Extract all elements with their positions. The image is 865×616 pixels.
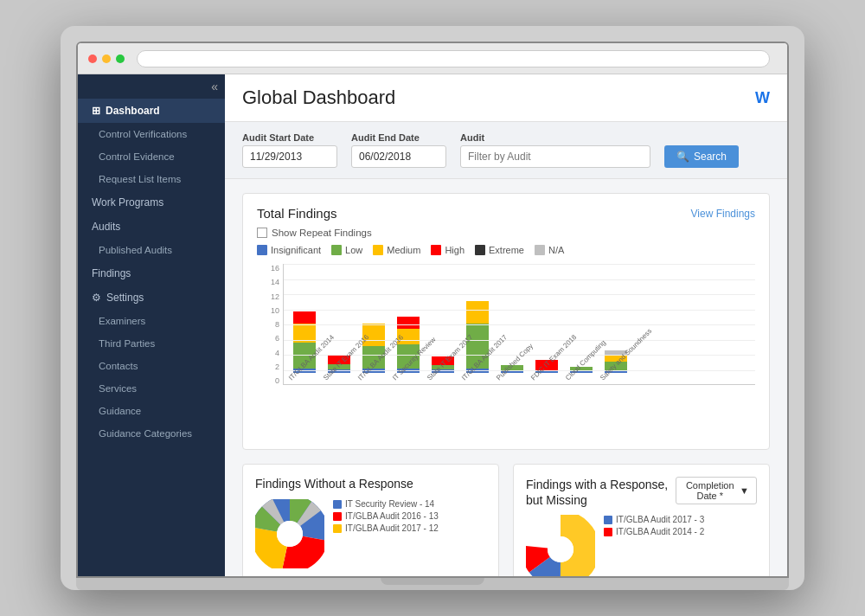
bar-safety-soundness: Safety and Soundness [600,350,631,384]
bar-label: Cloud Computing [564,350,596,382]
sidebar-item-control-evidence[interactable]: Control Evidence [78,145,225,168]
legend-item: IT/GLBA Audit 2017 - 3 [604,515,704,524]
laptop-notch [381,578,484,585]
page-title: Global Dashboard [242,87,395,109]
audit-label: Audit [460,132,650,143]
legend-label: IT Security Review - 14 [345,499,434,509]
laptop-frame: « ⊞ Dashboard Control Verifications Cont… [61,26,804,590]
legend-dot-extreme [475,245,485,255]
sidebar-collapse-button[interactable]: « [78,74,225,99]
sidebar-item-request-list-items[interactable]: Request List Items [78,168,225,190]
content-area: Total Findings View Findings Show Repeat… [225,179,787,576]
legend-item: IT/GLBA Audit 2014 - 2 [604,527,704,536]
sidebar-item-guidance-categories[interactable]: Guidance Categories [78,422,225,445]
search-button[interactable]: 🔍 Search [664,145,739,168]
legend-dot-insignificant [257,245,267,255]
sidebar-item-label: Dashboard [106,105,160,117]
dot-green [116,55,125,63]
sidebar-item-label: Examiners [99,316,145,326]
legend-label: Medium [387,245,420,255]
legend-label: N/A [548,245,564,255]
dropdown-arrow-icon: ▼ [740,485,749,496]
sidebar-item-findings[interactable]: Findings [78,261,225,286]
legend-high: High [431,245,465,255]
sidebar-item-label: Work Programs [92,196,163,209]
legend-label: Extreme [489,245,524,255]
sidebar-item-services[interactable]: Services [78,377,225,400]
legend-dot [333,524,342,533]
pie-chart-legend: IT Security Review - 14 IT/GLBA Audit 20… [333,499,439,536]
legend-item: IT Security Review - 14 [333,499,439,509]
legend-label: IT/GLBA Audit 2017 - 12 [345,523,439,533]
bar-it-glba-2014: IT/GLBA Audit 2014 [289,311,320,384]
bar-it-glba-audit-2016: IT/GLBA Audit 2016 [358,324,389,384]
legend-dot-low [331,245,342,255]
sidebar-item-audits[interactable]: Audits [78,215,225,239]
sidebar-item-contacts[interactable]: Contacts [78,355,225,377]
sidebar-item-settings[interactable]: ⚙ Settings [78,286,225,310]
start-date-input[interactable] [242,145,337,168]
legend-insignificant: Insignificant [257,245,321,255]
sidebar-item-examiners[interactable]: Examiners [78,310,225,332]
bar-state-it-2016: State IT Exam 2016 [324,356,355,384]
sidebar-item-label: Published Audits [99,245,172,255]
legend-label: IT/GLBA Audit 2016 - 13 [345,511,439,521]
legend-item: IT/GLBA Audit 2016 - 13 [333,511,439,521]
dashboard-icon: ⊞ [92,105,100,117]
laptop-base [76,578,789,590]
sidebar-item-dashboard[interactable]: ⊞ Dashboard [78,99,225,123]
ms-word-icon[interactable]: W [755,89,770,107]
findings-without-response-title: Findings Without a Response [255,477,486,491]
sidebar-item-label: Control Evidence [99,151,175,162]
card-header: Total Findings View Findings [257,206,755,221]
sidebar-item-label: Guidance Categories [99,428,192,439]
sidebar-item-control-verifications[interactable]: Control Verifications [78,123,225,145]
legend-label: Low [345,245,362,255]
pie-chart-legend: IT/GLBA Audit 2017 - 3 IT/GLBA Audit 201… [604,515,704,539]
bottom-cards: Findings Without a Response [242,464,770,576]
main-content: Global Dashboard W Audit Start Date Audi… [225,74,787,576]
total-findings-card: Total Findings View Findings Show Repeat… [242,193,770,450]
show-repeat-findings: Show Repeat Findings [257,228,755,238]
audit-filter-input[interactable] [460,145,650,168]
legend-label: Insignificant [271,245,321,255]
chart-legend: Insignificant Low Medium [257,245,755,255]
sidebar-item-label: Control Verifications [99,129,187,139]
show-repeat-label: Show Repeat Findings [272,228,372,238]
legend-dot [604,516,612,524]
bar-state-it-2017: State IT Exam 2017 [427,356,458,384]
sidebar-item-work-programs[interactable]: Work Programs [78,190,225,215]
legend-extreme: Extreme [475,245,524,255]
legend-dot-medium [373,245,383,255]
bottom-card-content: IT Security Review - 14 IT/GLBA Audit 20… [255,499,486,568]
end-date-input[interactable] [351,145,446,168]
repeat-findings-checkbox[interactable] [257,228,267,238]
card-title: Total Findings [257,206,337,221]
browser-bar [78,43,787,74]
sidebar-item-label: Guidance [99,406,141,416]
sidebar-item-third-parties[interactable]: Third Parties [78,332,225,355]
legend-dot [333,512,342,521]
bottom-card-content: IT/GLBA Audit 2017 - 3 IT/GLBA Audit 201… [526,515,757,576]
sidebar-item-published-audits[interactable]: Published Audits [78,239,225,261]
dot-yellow [102,55,111,63]
completion-date-button[interactable]: Completion Date * ▼ [676,477,757,504]
main-header: Global Dashboard W [225,74,787,122]
findings-without-response-card: Findings Without a Response [242,464,499,576]
legend-medium: Medium [373,245,420,255]
sidebar-item-label: Audits [92,221,120,233]
end-date-label: Audit End Date [351,132,446,143]
filter-section: Audit Start Date Audit End Date Audit [225,122,787,179]
svg-point-9 [548,536,573,562]
pie-chart-with-response [526,515,595,576]
app-container: « ⊞ Dashboard Control Verifications Cont… [78,74,787,576]
url-bar[interactable] [137,50,770,67]
legend-dot-high [431,245,441,255]
sidebar-item-label: Settings [106,292,144,304]
view-findings-link[interactable]: View Findings [691,208,755,220]
search-label: Search [694,151,727,163]
sidebar-item-guidance[interactable]: Guidance [78,400,225,422]
settings-icon: ⚙ [92,292,101,304]
bar-chart: IT/GLBA Audit 2014 State IT Ex [283,264,755,385]
legend-item: IT/GLBA Audit 2017 - 12 [333,523,439,533]
